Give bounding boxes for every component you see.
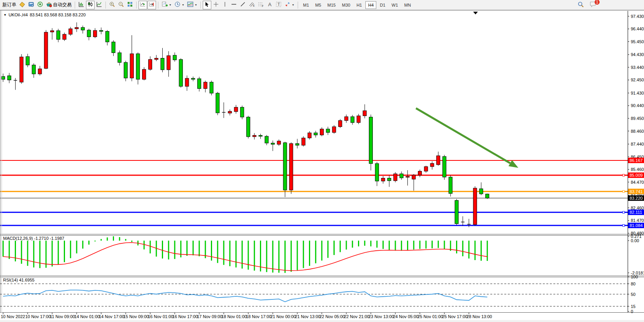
- trendline-button[interactable]: [239, 1, 247, 9]
- mail-button[interactable]: [18, 1, 26, 9]
- cursor-icon: [204, 1, 210, 9]
- macd-tick-label: 0.00: [631, 238, 639, 243]
- chart-shift-button[interactable]: [147, 1, 156, 9]
- indicators-icon: [161, 1, 168, 9]
- price-tick-label: 91.430: [631, 91, 644, 95]
- candlestick-series: [2, 22, 489, 227]
- search-icon[interactable]: [577, 1, 584, 9]
- time-tick-label: 25 Nov 17:00: [442, 314, 467, 319]
- fibonacci-button[interactable]: F: [256, 1, 265, 9]
- timeframe-W1[interactable]: W1: [389, 1, 401, 9]
- price-badge-label: 86.167: [630, 158, 643, 163]
- candle-body: [204, 82, 207, 88]
- templates-icon: [187, 1, 193, 9]
- crosshair-button[interactable]: [212, 1, 220, 9]
- horizontal-line-button[interactable]: [230, 1, 238, 9]
- periods-button[interactable]: ▼: [173, 1, 186, 9]
- timeframe-M1[interactable]: M1: [300, 1, 312, 9]
- zoom-out-button[interactable]: [117, 1, 125, 9]
- equidistant-channel-icon: E: [249, 1, 255, 9]
- timeframe-D1[interactable]: D1: [377, 1, 388, 9]
- line-drag-marker[interactable]: [623, 224, 625, 226]
- notifications-button[interactable]: 1: [590, 1, 597, 9]
- line-chart-icon: [96, 1, 102, 9]
- indicators-button[interactable]: ▼: [160, 1, 173, 9]
- equidistant-channel-button[interactable]: E: [247, 1, 256, 9]
- shift-marker-icon[interactable]: [473, 12, 478, 14]
- candle-body: [20, 57, 23, 82]
- trend-arrow[interactable]: [416, 108, 518, 168]
- auto-scroll-button[interactable]: [139, 1, 147, 9]
- time-tick-label: 18 Nov 17:00: [246, 314, 271, 319]
- templates-button[interactable]: ▼: [186, 1, 198, 9]
- candle-body: [247, 117, 250, 137]
- new-order-button[interactable]: 新订单: [1, 1, 18, 9]
- timeframe-MN[interactable]: MN: [402, 1, 414, 9]
- candle-body: [308, 133, 311, 138]
- horizontal-lines[interactable]: [0, 160, 628, 227]
- cursor-button[interactable]: [203, 1, 211, 9]
- line-drag-marker[interactable]: [623, 190, 625, 192]
- auto-trading-label: 自动交易: [53, 2, 72, 8]
- line-drag-marker[interactable]: [623, 211, 625, 213]
- line-chart-button[interactable]: [95, 1, 104, 9]
- data-window-button[interactable]: [27, 1, 35, 9]
- candle-body: [253, 135, 256, 137]
- collapse-triangle-icon[interactable]: ▼: [4, 13, 7, 17]
- candle-body: [339, 121, 342, 127]
- horizontal-line-icon: [231, 1, 237, 9]
- timeframe-H1[interactable]: H1: [354, 1, 365, 9]
- svg-text:E: E: [253, 4, 255, 7]
- tile-windows-button[interactable]: [126, 1, 134, 9]
- bar-chart-button[interactable]: [77, 1, 86, 9]
- auto-trading-button[interactable]: 自动交易: [45, 1, 73, 9]
- candle-body: [93, 30, 97, 37]
- trend-arrow-line[interactable]: [416, 108, 510, 163]
- price-tick-label: 82.460: [631, 206, 644, 210]
- chart-window: ▼ UKOil-,H4 83.541 83.568 83.158 83.220 …: [0, 10, 644, 322]
- candle-body: [473, 188, 477, 225]
- candle-body: [210, 82, 213, 93]
- time-tick-label: 14 Nov 17:00: [99, 314, 124, 319]
- new-order-label: 新订单: [2, 2, 16, 8]
- timeframe-H4[interactable]: H4: [365, 1, 376, 9]
- signal-button[interactable]: [36, 1, 44, 9]
- macd-pane: MACD(12,26,9) -1.2710 -1.19870.2710.00-2…: [3, 234, 644, 275]
- candle-body: [326, 129, 330, 132]
- price-tick-label: 85.460: [631, 167, 644, 172]
- zoom-in-button[interactable]: [108, 1, 116, 9]
- time-axis[interactable]: 10 Nov 202210 Nov 17:0011 Nov 09:0014 No…: [1, 313, 492, 319]
- candle-body: [198, 79, 201, 88]
- candle-body: [32, 65, 35, 74]
- time-tick-label: 23 Nov 13:00: [369, 314, 394, 319]
- candle-body: [167, 56, 170, 70]
- notification-badge: 1: [595, 0, 600, 5]
- candle-body: [443, 157, 446, 177]
- timeframe-M5[interactable]: M5: [312, 1, 324, 9]
- price-axis[interactable]: 97.43096.44095.45094.43093.44092.45091.4…: [628, 11, 644, 312]
- bar-chart-icon: [78, 1, 84, 9]
- candle-body: [388, 178, 391, 181]
- candle-body: [430, 164, 434, 167]
- chart-canvas: 97.43096.44095.45094.43093.44092.45091.4…: [0, 10, 644, 322]
- timeframe-M30[interactable]: M30: [339, 1, 353, 9]
- candle-body: [130, 54, 133, 78]
- vertical-line-button[interactable]: [221, 1, 229, 9]
- candle-body: [179, 60, 182, 86]
- timeframe-M15[interactable]: M15: [325, 1, 338, 9]
- text-label-button[interactable]: T: [274, 1, 283, 9]
- price-tick-label: 88.460: [631, 129, 644, 134]
- candle-body: [118, 53, 121, 62]
- price-badge: 85.009: [628, 172, 644, 178]
- rsi-tick-label: 15: [631, 304, 635, 309]
- candle-body: [271, 143, 275, 144]
- time-tick-label: 22 Nov 21:00: [344, 314, 369, 319]
- line-drag-marker[interactable]: [623, 174, 625, 176]
- arrows-button[interactable]: ▼: [283, 1, 296, 9]
- text-button[interactable]: A: [265, 1, 274, 9]
- candle-body: [112, 42, 115, 53]
- arrows-icon: [284, 1, 291, 9]
- candle-body: [424, 167, 428, 171]
- candle-body: [479, 189, 483, 194]
- candlestick-chart-button[interactable]: [86, 1, 95, 9]
